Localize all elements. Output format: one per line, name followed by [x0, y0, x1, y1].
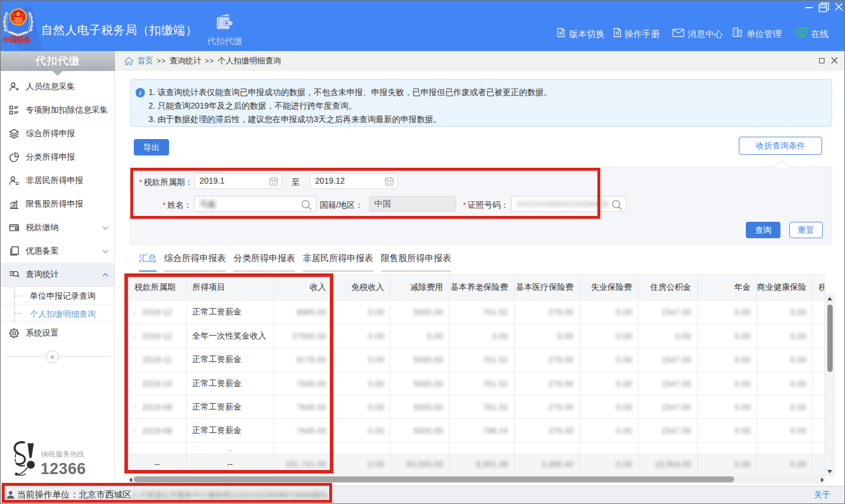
- svg-text:中国税务: 中国税务: [3, 36, 32, 43]
